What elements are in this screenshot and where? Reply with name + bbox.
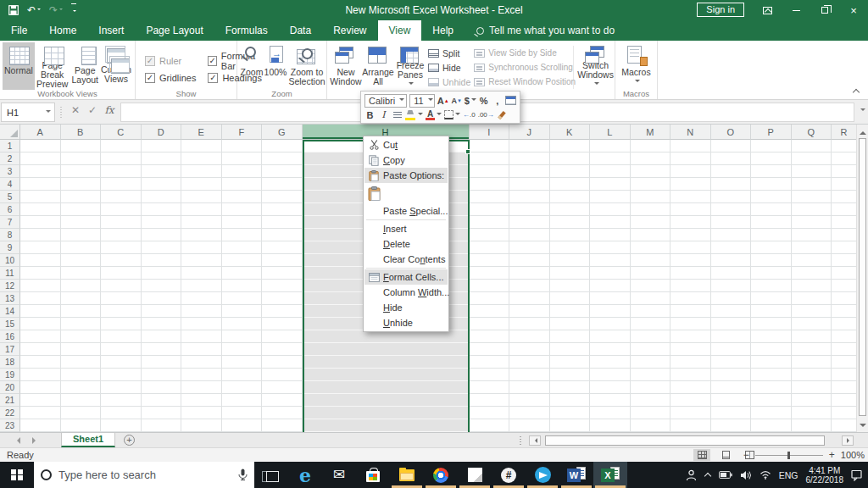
cell-o23[interactable]	[711, 419, 752, 432]
cell-q9[interactable]	[792, 241, 832, 254]
zoom-level[interactable]: 100%	[841, 450, 865, 460]
cell-b13[interactable]	[61, 292, 102, 305]
custom-views-button[interactable]: Custom Views	[100, 42, 132, 90]
cell-g12[interactable]	[262, 280, 303, 292]
cell-i7[interactable]	[470, 216, 510, 229]
cell-c5[interactable]	[101, 191, 142, 203]
zoom-slider-handle[interactable]	[787, 452, 790, 459]
cell-f4[interactable]	[222, 178, 263, 191]
cell-b3[interactable]	[61, 165, 102, 178]
cell-k7[interactable]	[550, 216, 591, 229]
cell-e3[interactable]	[181, 165, 222, 178]
cell-m17[interactable]	[631, 343, 671, 356]
cell-d15[interactable]	[142, 318, 182, 330]
cell-j1[interactable]	[509, 140, 550, 152]
cell-e2[interactable]	[181, 152, 222, 165]
cell-i3[interactable]	[470, 165, 510, 178]
taskbar-mail[interactable]: ✉	[322, 462, 356, 488]
cell-c16[interactable]	[101, 330, 142, 343]
menu-item-paste-special[interactable]: Paste Special...	[364, 203, 448, 219]
cell-a9[interactable]	[20, 241, 61, 254]
cell-i17[interactable]	[470, 343, 510, 356]
cell-g22[interactable]	[262, 407, 303, 419]
cell-c12[interactable]	[101, 280, 142, 292]
cell-o16[interactable]	[711, 330, 752, 343]
cell-n4[interactable]	[670, 178, 711, 191]
cell-k21[interactable]	[550, 394, 591, 407]
cell-b22[interactable]	[61, 407, 102, 419]
comma-style-icon[interactable]: ,	[492, 96, 503, 106]
cell-m21[interactable]	[631, 394, 671, 407]
cell-q1[interactable]	[792, 140, 832, 152]
cell-a7[interactable]	[20, 216, 61, 229]
customize-qat-button[interactable]	[71, 3, 76, 17]
font-name-select[interactable]: Calibri	[364, 94, 407, 108]
cell-h22[interactable]	[303, 407, 470, 419]
zoom-to-selection-button[interactable]: Zoom to Selection	[287, 42, 326, 90]
cell-q12[interactable]	[792, 280, 832, 292]
increase-decimal-icon[interactable]: ←.0	[463, 111, 476, 119]
cell-g7[interactable]	[262, 216, 303, 229]
cell-d22[interactable]	[142, 407, 182, 419]
cell-l20[interactable]	[590, 381, 631, 394]
split-button[interactable]: Split	[428, 46, 470, 60]
cell-n13[interactable]	[670, 292, 711, 305]
cell-m10[interactable]	[631, 254, 671, 267]
cell-p18[interactable]	[751, 356, 792, 369]
cell-r10[interactable]	[832, 254, 856, 267]
cell-m15[interactable]	[631, 318, 671, 330]
column-header-m[interactable]: M	[631, 125, 671, 140]
vertical-scroll-thumb[interactable]	[859, 138, 866, 416]
cell-m11[interactable]	[631, 267, 671, 280]
cell-q23[interactable]	[792, 419, 832, 432]
menu-item-format-cells[interactable]: Format Cells...	[364, 269, 448, 285]
cell-j11[interactable]	[509, 267, 550, 280]
decrease-font-icon[interactable]: A▼	[451, 97, 462, 105]
cell-j10[interactable]	[509, 254, 550, 267]
cell-j5[interactable]	[509, 191, 550, 203]
italic-button[interactable]: I	[378, 109, 389, 120]
ribbon-display-options-button[interactable]	[753, 0, 782, 20]
cell-g1[interactable]	[262, 140, 303, 152]
column-header-o[interactable]: O	[711, 125, 752, 140]
cell-o2[interactable]	[711, 152, 752, 165]
hide-button[interactable]: Hide	[428, 60, 470, 75]
cell-a11[interactable]	[20, 267, 61, 280]
cell-p6[interactable]	[751, 203, 792, 216]
cell-i6[interactable]	[470, 203, 510, 216]
cell-k17[interactable]	[550, 343, 591, 356]
cell-e8[interactable]	[181, 229, 222, 241]
cell-d21[interactable]	[142, 394, 182, 407]
cell-r5[interactable]	[832, 191, 856, 203]
close-button[interactable]: ×	[839, 0, 868, 20]
tab-view[interactable]: View	[378, 20, 422, 41]
cell-f3[interactable]	[222, 165, 263, 178]
cell-m5[interactable]	[631, 191, 671, 203]
cell-p17[interactable]	[751, 343, 792, 356]
row-header-13[interactable]: 13	[0, 292, 20, 305]
cell-r19[interactable]	[832, 369, 856, 381]
cell-e7[interactable]	[181, 216, 222, 229]
cell-p9[interactable]	[751, 241, 792, 254]
language-indicator[interactable]: ENG	[779, 470, 798, 480]
cell-q16[interactable]	[792, 330, 832, 343]
cell-k16[interactable]	[550, 330, 591, 343]
cell-a17[interactable]	[20, 343, 61, 356]
cell-m20[interactable]	[631, 381, 671, 394]
row-header-17[interactable]: 17	[0, 343, 20, 356]
cell-c21[interactable]	[101, 394, 142, 407]
cell-o20[interactable]	[711, 381, 752, 394]
cell-c15[interactable]	[101, 318, 142, 330]
cell-j4[interactable]	[509, 178, 550, 191]
cell-i12[interactable]	[470, 280, 510, 292]
wifi-icon[interactable]	[760, 470, 771, 480]
cell-f21[interactable]	[222, 394, 263, 407]
cell-l10[interactable]	[590, 254, 631, 267]
cell-f19[interactable]	[222, 369, 263, 381]
tab-home[interactable]: Home	[38, 20, 87, 41]
column-header-q[interactable]: Q	[792, 125, 832, 140]
name-box[interactable]: H1	[1, 103, 55, 122]
cell-m19[interactable]	[631, 369, 671, 381]
cell-o4[interactable]	[711, 178, 752, 191]
cell-l1[interactable]	[590, 140, 631, 152]
